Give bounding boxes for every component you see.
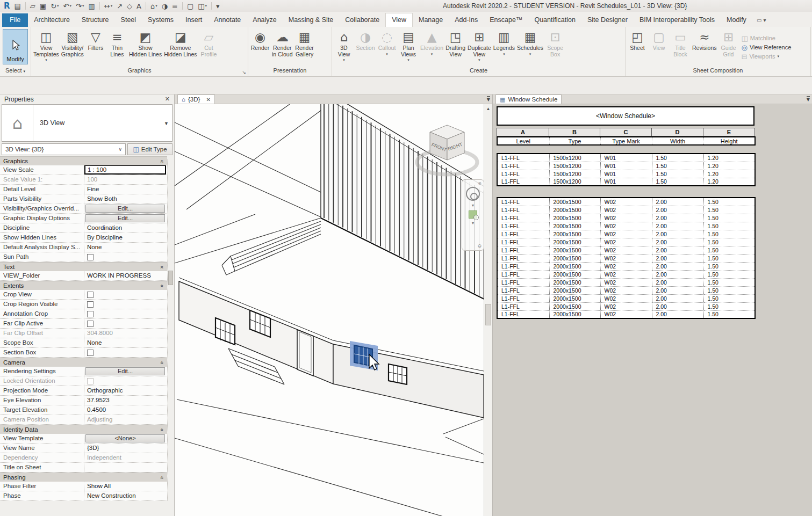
table-cell[interactable]: 2000x1500 — [549, 214, 600, 222]
zoom-region-icon[interactable] — [469, 210, 477, 219]
property-value[interactable]: Edit... — [84, 204, 167, 213]
render-gallery-button[interactable]: ▦RenderGallery — [294, 28, 315, 66]
table-cell[interactable]: 2.00 — [652, 246, 703, 254]
chevron-down-icon[interactable]: ▾ — [529, 52, 531, 56]
table-cell[interactable]: W02 — [600, 270, 652, 278]
table-cell[interactable]: 1.50 — [703, 294, 755, 302]
table-cell[interactable]: 2000x1500 — [549, 278, 600, 286]
section-box-checkbox[interactable] — [87, 350, 94, 356]
chevron-down-icon[interactable]: ▾ — [343, 58, 345, 62]
table-cell[interactable]: L1-FFL — [497, 262, 549, 270]
ribbon-tab-file[interactable]: File — [2, 13, 28, 27]
show-hidden-lines-button[interactable]: ◩ShowHidden Lines — [128, 28, 163, 66]
table-cell[interactable]: 1.50 — [703, 270, 755, 278]
table-cell[interactable]: E — [703, 128, 755, 136]
property-value[interactable] — [84, 300, 167, 309]
table-cell[interactable]: 1.50 — [703, 246, 755, 254]
table-cell[interactable]: 2.00 — [652, 262, 703, 270]
property-value[interactable]: 0.4500 — [84, 405, 167, 415]
table-cell[interactable]: 1.50 — [703, 214, 755, 222]
property-value[interactable]: Orthographic — [84, 386, 167, 395]
table-cell[interactable]: Level — [497, 137, 549, 145]
table-cell[interactable]: 2.00 — [652, 294, 703, 302]
table-cell[interactable]: 2000x1500 — [549, 222, 600, 230]
collapse-chevron-icon[interactable]: « — [160, 265, 166, 268]
ribbon-tab-structure[interactable]: Structure — [76, 13, 115, 27]
revisions-button[interactable]: ≈Revisions — [691, 28, 718, 66]
table-cell[interactable]: 1.50 — [703, 198, 755, 206]
table-cell[interactable]: 1.50 — [703, 238, 755, 246]
legends-button[interactable]: ▥Legends▾ — [492, 28, 516, 66]
ribbon-tab-collaborate[interactable]: Collaborate — [339, 13, 385, 27]
default-3d-view-icon[interactable]: ⌂▾ — [149, 1, 159, 11]
table-cell[interactable]: 1.20 — [703, 178, 755, 186]
table-cell[interactable]: B — [549, 128, 600, 136]
drafting-view-button[interactable]: ◳DraftingView — [444, 28, 466, 66]
far-clip-active-checkbox[interactable] — [87, 321, 94, 327]
section-header-graphics[interactable]: Graphics« — [0, 156, 167, 165]
property-value[interactable]: WORK IN PROGRESS — [84, 271, 167, 280]
table-cell[interactable]: Height — [703, 137, 755, 145]
crop-region-visible-checkbox[interactable] — [87, 301, 94, 308]
table-cell[interactable]: 1.50 — [652, 162, 703, 170]
property-value[interactable]: None — [84, 338, 167, 347]
table-cell[interactable]: W02 — [600, 294, 652, 302]
chevron-down-icon[interactable]: ▾ — [69, 4, 71, 8]
table-cell[interactable]: W02 — [600, 198, 652, 206]
visibility-graphics-overrid-value-button[interactable]: Edit... — [85, 205, 165, 213]
rendering-settings-value-button[interactable]: Edit... — [85, 367, 165, 375]
ribbon-tab-annotate[interactable]: Annotate — [208, 13, 247, 27]
table-cell[interactable]: 1.50 — [652, 178, 703, 186]
properties-scrollbar[interactable] — [167, 159, 174, 501]
switch-windows-icon[interactable]: ◫▾ — [196, 1, 209, 11]
aligned-dimension-icon[interactable]: ↗ — [115, 1, 124, 11]
table-cell[interactable]: 2000x1500 — [549, 286, 600, 294]
table-cell[interactable]: 2000x1500 — [549, 206, 600, 214]
viewport-scrollbar[interactable]: ▲ — [484, 104, 492, 516]
section-header-camera[interactable]: Camera« — [0, 358, 167, 367]
ribbon-display-toggle[interactable]: ▭ ▾ — [757, 17, 766, 27]
thin-lines-button[interactable]: ≡ThinLines — [106, 28, 128, 66]
property-value[interactable]: Show All — [84, 482, 167, 491]
table-cell[interactable]: D — [652, 128, 703, 136]
property-value[interactable] — [84, 319, 167, 328]
close-inactive-views-icon[interactable]: ▢ — [185, 1, 195, 11]
schedules-button[interactable]: ▦Schedules▾ — [516, 28, 544, 66]
table-cell[interactable]: 1.50 — [703, 222, 755, 230]
table-row[interactable]: L1-FFL2000x1500W022.001.50 — [497, 286, 755, 294]
view-reference-button[interactable]: ◎View Reference — [742, 44, 792, 51]
table-cell[interactable]: L1-FFL — [497, 222, 549, 230]
chevron-down-icon[interactable]: ▾ — [155, 4, 157, 8]
table-cell[interactable]: 2000x1500 — [549, 262, 600, 270]
table-cell[interactable]: L1-FFL — [497, 286, 549, 294]
measure-icon[interactable]: ↔▾ — [103, 1, 114, 11]
scroll-up-icon[interactable]: ▲ — [484, 104, 492, 111]
table-cell[interactable]: 1500x1200 — [549, 162, 600, 170]
table-cell[interactable]: W01 — [600, 162, 652, 170]
table-cell[interactable]: L1-FFL — [497, 278, 549, 286]
print-icon[interactable]: ▥ — [87, 1, 96, 11]
chevron-down-icon[interactable]: ▼ — [471, 221, 475, 225]
property-value[interactable] — [84, 309, 167, 318]
ribbon-tab-add-ins[interactable]: Add-Ins — [449, 13, 484, 27]
collapse-icon[interactable]: ⊖ — [477, 243, 484, 249]
table-cell[interactable]: L1-FFL — [497, 178, 549, 186]
table-cell[interactable]: 1500x1200 — [549, 178, 600, 186]
value-edit-field[interactable]: 1 : 100 — [84, 165, 166, 175]
tab-list-icon[interactable]: ▼ — [487, 96, 490, 102]
table-cell[interactable]: 1.50 — [703, 206, 755, 214]
collapse-chevron-icon[interactable]: « — [160, 361, 166, 364]
modify-button[interactable]: Modify — [3, 29, 28, 64]
ribbon-tab-view[interactable]: View — [385, 13, 413, 27]
ribbon-tab-analyze[interactable]: Analyze — [247, 13, 282, 27]
redo-icon[interactable]: ↷▾ — [74, 1, 85, 11]
table-cell[interactable]: L1-FFL — [497, 170, 549, 178]
select-panel-label[interactable]: Select ▾ — [0, 66, 31, 76]
table-row[interactable]: L1-FFL2000x1500W022.001.50 — [497, 278, 755, 286]
sync-with-central-icon[interactable]: ↻▾ — [49, 1, 60, 11]
instance-selector[interactable]: 3D View: {3D}∨ — [2, 143, 126, 155]
table-row[interactable]: L1-FFL2000x1500W022.001.50 — [497, 262, 755, 270]
ribbon-tab-manage[interactable]: Manage — [413, 13, 449, 27]
table-cell[interactable]: W02 — [600, 206, 652, 214]
collapse-chevron-icon[interactable]: « — [160, 476, 166, 479]
